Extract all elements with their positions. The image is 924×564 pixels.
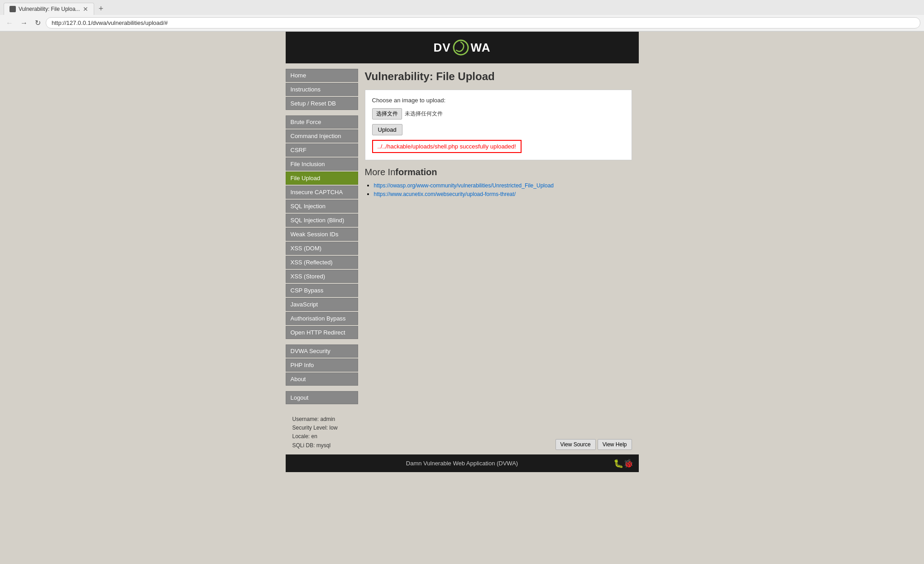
logo-text-wa: WA [471,41,491,55]
site-container: DV WA Home Instructions Setup / Reset DB… [286,32,639,564]
sidebar-item-sql-injection-blind[interactable]: SQL Injection (Blind) [286,214,358,227]
sidebar-item-authorisation-bypass[interactable]: Authorisation Bypass [286,312,358,325]
tab-bar: Vulnerability: File Uploa... ✕ + [0,0,924,15]
sidebar-item-csp-bypass[interactable]: CSP Bypass [286,284,358,297]
main-content: Vulnerability: File Upload Choose an ima… [358,63,639,411]
file-input-row: 选择文件 未选择任何文件 [372,108,625,119]
sidebar-item-file-inclusion[interactable]: File Inclusion [286,158,358,171]
upload-label: Choose an image to upload: [372,97,625,104]
sidebar-item-instructions[interactable]: Instructions [286,83,358,96]
tab-favicon [10,6,16,12]
footer-locale: Locale: en [292,432,338,441]
footer-sqli: SQLi DB: mysql [292,441,338,450]
sidebar-item-home[interactable]: Home [286,69,358,82]
sidebar-item-javascript[interactable]: JavaScript [286,298,358,311]
footer-meta: Username: admin Security Level: low Loca… [292,415,338,450]
address-bar[interactable] [46,17,920,29]
upload-box: Choose an image to upload: 选择文件 未选择任何文件 … [365,90,632,160]
sidebar-item-xss-dom[interactable]: XSS (DOM) [286,242,358,255]
sidebar-item-xss-reflected[interactable]: XSS (Reflected) [286,256,358,269]
sidebar-item-command-injection[interactable]: Command Injection [286,129,358,143]
sidebar-item-file-upload[interactable]: File Upload [286,172,358,185]
site-footer: Damn Vulnerable Web Application (DVWA) 🐛… [286,454,639,472]
sidebar-item-weak-session-ids[interactable]: Weak Session IDs [286,228,358,241]
sidebar-item-setup-reset-db[interactable]: Setup / Reset DB [286,97,358,110]
sidebar-item-brute-force[interactable]: Brute Force [286,115,358,129]
view-source-button[interactable]: View Source [555,439,596,450]
sidebar-item-open-http-redirect[interactable]: Open HTTP Redirect [286,326,358,339]
page-wrapper: DV WA Home Instructions Setup / Reset DB… [0,32,924,564]
sidebar-item-php-info[interactable]: PHP Info [286,358,358,372]
dvwa-logo: DV WA [433,39,490,56]
nav-bar: ← → ↻ [0,15,924,31]
tab-title: Vulnerability: File Uploa... [19,6,80,12]
sidebar-item-about[interactable]: About [286,373,358,386]
success-message: ../../hackable/uploads/shell.php succesf… [372,140,522,153]
tab-close-icon[interactable]: ✕ [83,5,88,13]
active-tab[interactable]: Vulnerability: File Uploa... ✕ [4,3,94,15]
new-tab-button[interactable]: + [96,3,106,14]
bugs-icon: 🐛🐞 [613,459,633,468]
sidebar-item-logout[interactable]: Logout [286,391,358,404]
view-help-button[interactable]: View Help [598,439,632,450]
sidebar-item-csrf[interactable]: CSRF [286,143,358,157]
sidebar: Home Instructions Setup / Reset DB Brute… [286,63,358,411]
browser-chrome: Vulnerability: File Uploa... ✕ + ← → ↻ [0,0,924,32]
footer-username: Username: admin [292,415,338,424]
site-footer-text: Damn Vulnerable Web Application (DVWA) [406,460,518,467]
link-owasp[interactable]: https://owasp.org/www-community/vulnerab… [374,182,554,189]
back-button[interactable]: ← [4,18,15,29]
footer-security: Security Level: low [292,424,338,432]
footer-info: Username: admin Security Level: low Loca… [286,411,639,454]
sidebar-item-dvwa-security[interactable]: DVWA Security [286,344,358,358]
sidebar-item-insecure-captcha[interactable]: Insecure CAPTCHA [286,186,358,199]
logo-text: DV [433,41,450,55]
reload-button[interactable]: ↻ [33,17,43,29]
more-info-title: More Information [365,167,632,177]
list-item: https://www.acunetix.com/websecurity/upl… [374,191,632,197]
upload-button[interactable]: Upload [372,124,402,135]
site-header: DV WA [286,32,639,63]
forward-button[interactable]: → [18,18,30,29]
footer-buttons: View Source View Help [555,439,632,450]
link-acunetix[interactable]: https://www.acunetix.com/websecurity/upl… [374,191,516,197]
sidebar-item-xss-stored[interactable]: XSS (Stored) [286,270,358,283]
choose-file-button[interactable]: 选择文件 [372,108,402,119]
sidebar-item-sql-injection[interactable]: SQL Injection [286,200,358,213]
content-area: Home Instructions Setup / Reset DB Brute… [286,63,639,411]
page-title: Vulnerability: File Upload [365,70,632,83]
list-item: https://owasp.org/www-community/vulnerab… [374,182,632,189]
logo-swirl-icon [453,39,469,56]
file-name-display: 未选择任何文件 [405,110,443,118]
info-links: https://owasp.org/www-community/vulnerab… [365,182,632,197]
